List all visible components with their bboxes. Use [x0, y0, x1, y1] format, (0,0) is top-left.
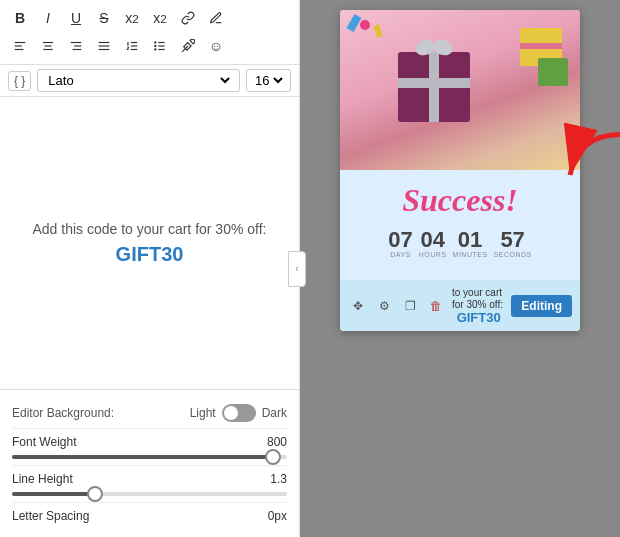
seconds-label: SECONDS [494, 251, 532, 258]
bottom-code: GIFT30 [452, 310, 505, 325]
font-weight-label: Font Weight [12, 435, 76, 449]
success-text: Success! [348, 182, 572, 219]
font-family-select[interactable]: Lato Arial Georgia [44, 72, 233, 89]
preview-subtitle: Add this code to your cart for 30% off: [33, 220, 267, 240]
red-arrow-container [560, 120, 620, 204]
font-row: { } Lato Arial Georgia 16 12 14 18 20 24 [0, 65, 299, 97]
font-weight-fill [12, 455, 273, 459]
strikethrough-button[interactable]: S [92, 6, 116, 30]
align-right-button[interactable] [64, 34, 88, 58]
bottom-text-area: to your cart for 30% off: GIFT30 [452, 286, 505, 325]
line-height-value: 1.3 [270, 472, 287, 486]
light-dark-toggle[interactable] [222, 404, 256, 422]
font-weight-row: Font Weight 800 [12, 428, 287, 465]
link-button[interactable] [176, 6, 200, 30]
gift-box-green [538, 58, 568, 86]
copy-icon[interactable]: ❐ [400, 296, 420, 316]
line-height-track [12, 492, 287, 496]
delete-icon[interactable]: 🗑 [426, 296, 446, 316]
pen-button[interactable] [204, 6, 228, 30]
line-height-label-row: Line Height 1.3 [12, 472, 287, 486]
bottom-bar: ✥ ⚙ ❐ 🗑 to your cart for 30% off: GIFT30… [340, 280, 580, 331]
unordered-list-button[interactable] [148, 34, 172, 58]
ribbon-yellow [520, 43, 562, 49]
preview-code: GIFT30 [116, 243, 184, 266]
subscript-button[interactable]: x2 [148, 6, 172, 30]
superscript-button[interactable]: x2 [120, 6, 144, 30]
red-arrow-icon [560, 120, 620, 200]
editor-bg-label: Editor Background: [12, 406, 114, 420]
right-panel: ‹ Succe [300, 0, 620, 537]
email-preview: Success! 07 DAYS 04 HOURS 01 MINUTES 57 … [340, 10, 580, 331]
countdown-hours: 04 HOURS [419, 229, 447, 258]
eyedropper-button[interactable] [176, 34, 200, 58]
seconds-number: 57 [500, 229, 524, 251]
line-height-label: Line Height [12, 472, 73, 486]
font-weight-thumb[interactable] [265, 449, 281, 465]
letter-spacing-row: Letter Spacing 0px [12, 502, 287, 523]
emoji-button[interactable]: ☺ [204, 34, 228, 58]
toolbar: B I U S x2 x2 [0, 0, 299, 65]
letter-spacing-value: 0px [268, 509, 287, 523]
settings-section: Editor Background: Light Dark Font Weigh… [0, 389, 299, 537]
letter-spacing-label: Letter Spacing [12, 509, 89, 523]
toggle-container: Light Dark [190, 404, 287, 422]
left-panel: B I U S x2 x2 [0, 0, 300, 537]
italic-button[interactable]: I [36, 6, 60, 30]
settings-icon[interactable]: ⚙ [374, 296, 394, 316]
preview-text-area: Add this code to your cart for 30% off: … [0, 97, 299, 389]
line-height-fill [12, 492, 95, 496]
align-left-button[interactable] [8, 34, 32, 58]
success-section: Success! 07 DAYS 04 HOURS 01 MINUTES 57 … [340, 170, 580, 280]
font-family-selector[interactable]: Lato Arial Georgia [37, 69, 240, 92]
svg-point-19 [155, 45, 156, 46]
hours-number: 04 [420, 229, 444, 251]
font-weight-value: 800 [267, 435, 287, 449]
font-weight-label-row: Font Weight 800 [12, 435, 287, 449]
gift-image [340, 10, 580, 170]
ribbon-v [429, 52, 439, 122]
move-icon[interactable]: ✥ [348, 296, 368, 316]
countdown-seconds: 57 SECONDS [494, 229, 532, 258]
bottom-promo-text: to your cart for 30% off: [452, 287, 503, 310]
editing-badge[interactable]: Editing [511, 295, 572, 317]
font-size-select[interactable]: 16 12 14 18 20 24 [251, 72, 286, 89]
days-number: 07 [388, 229, 412, 251]
editor-bg-row: Editor Background: Light Dark [12, 398, 287, 428]
align-justify-button[interactable] [92, 34, 116, 58]
line-height-thumb[interactable] [87, 486, 103, 502]
align-center-button[interactable] [36, 34, 60, 58]
underline-button[interactable]: U [64, 6, 88, 30]
minutes-number: 01 [458, 229, 482, 251]
panel-toggle-button[interactable]: ‹ [288, 251, 306, 287]
font-size-selector[interactable]: 16 12 14 18 20 24 [246, 69, 291, 92]
countdown-row: 07 DAYS 04 HOURS 01 MINUTES 57 SECONDS [348, 229, 572, 258]
font-weight-track [12, 455, 287, 459]
code-bracket-button[interactable]: { } [8, 71, 31, 91]
countdown-days: 07 DAYS [388, 229, 412, 258]
minutes-label: MINUTES [453, 251, 488, 258]
toggle-knob [224, 406, 238, 420]
svg-point-20 [155, 49, 156, 50]
line-height-row: Line Height 1.3 [12, 465, 287, 502]
confetti-1 [360, 20, 370, 30]
days-label: DAYS [390, 251, 411, 258]
hours-label: HOURS [419, 251, 447, 258]
svg-point-18 [155, 42, 156, 43]
bold-button[interactable]: B [8, 6, 32, 30]
countdown-minutes: 01 MINUTES [453, 229, 488, 258]
dark-label: Dark [262, 406, 287, 420]
ordered-list-button[interactable] [120, 34, 144, 58]
toolbar-row-2: ☺ [8, 34, 291, 58]
light-label: Light [190, 406, 216, 420]
toolbar-row-1: B I U S x2 x2 [8, 6, 291, 30]
bottom-bar-icons: ✥ ⚙ ❐ 🗑 [348, 296, 446, 316]
